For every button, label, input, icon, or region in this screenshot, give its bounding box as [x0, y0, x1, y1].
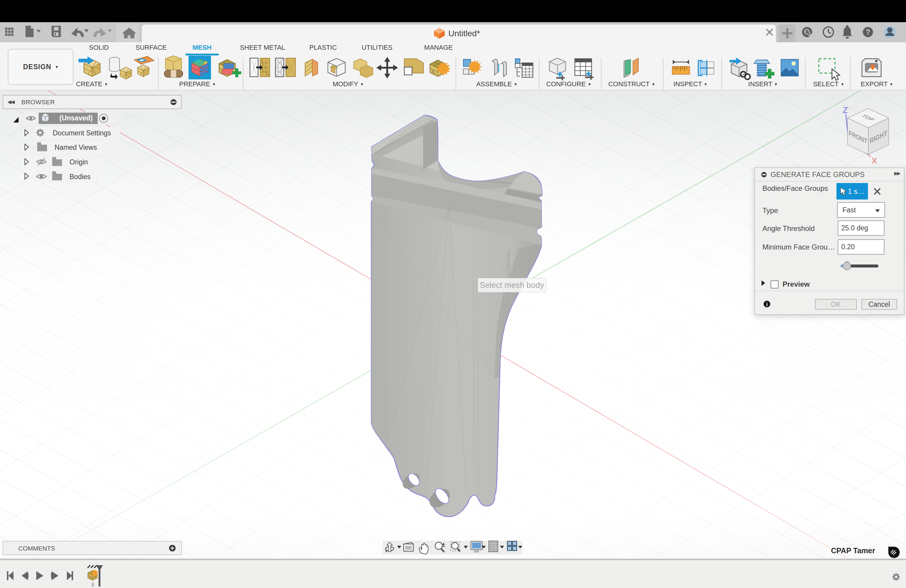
svg-text:COMMENTS: COMMENTS	[18, 545, 55, 552]
